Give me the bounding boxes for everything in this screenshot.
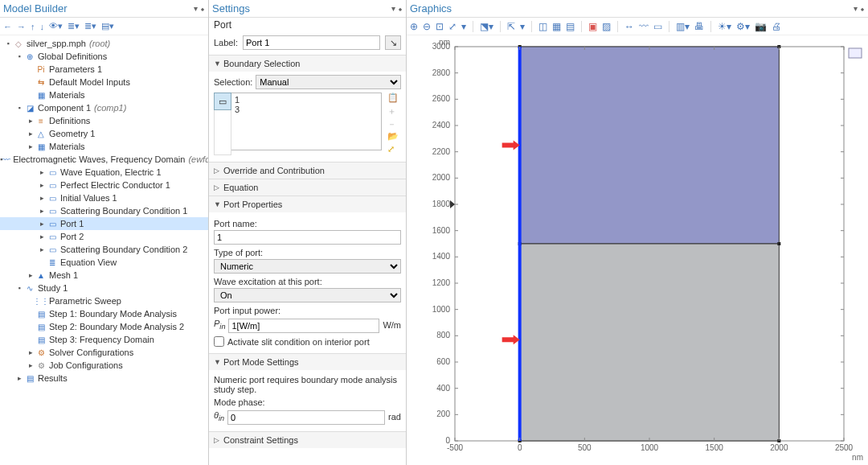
tree-node[interactable]: ⇆Default Model Inputs (0, 76, 208, 88)
tree-node[interactable]: ▤Step 2: Boundary Mode Analysis 2 (0, 320, 208, 333)
print-icon[interactable]: 🖶 (694, 21, 704, 32)
phase-input[interactable] (227, 410, 385, 425)
camera-icon[interactable]: 📷 (755, 21, 767, 32)
panel-dropdown-icon[interactable]: ▾ ⬥ (194, 4, 205, 13)
graphics-canvas[interactable]: nmnm020040060080010001200140016001800200… (407, 35, 868, 465)
gear-icon[interactable]: ⚙▾ (736, 21, 750, 32)
node-icon: ⚙ (35, 360, 47, 371)
tree-node[interactable]: ▪◇silver_spp.mph(root) (0, 37, 208, 50)
tree-node[interactable]: ▸▭Port 1 (0, 217, 208, 230)
tree-node[interactable]: ▪∿Study 1 (0, 282, 208, 294)
show-icon[interactable]: 👁▾ (49, 21, 63, 31)
boundary-selection-header[interactable]: ▼ Boundary Selection (209, 56, 406, 72)
tree-node[interactable]: ▪⊕Global Definitions (0, 50, 208, 63)
print-icon-2[interactable]: 🖨 (772, 21, 781, 32)
node-icon: △ (35, 128, 47, 139)
tree-node[interactable]: ▸▦Materials (0, 140, 208, 153)
down-icon[interactable]: ↓ (40, 22, 45, 31)
xy-view-icon[interactable]: ⬔▾ (480, 21, 493, 32)
tree-node[interactable]: ▸▭Scattering Boundary Condition 2 (0, 243, 208, 256)
hide-show-icon[interactable]: ◫ (538, 21, 547, 32)
node-icon: ⚙ (35, 347, 47, 358)
panel-dropdown-icon[interactable]: ▾ ⬥ (854, 4, 865, 13)
tree-node[interactable]: ▸▤Results (0, 372, 208, 385)
tree-node[interactable]: ▸▲Mesh 1 (0, 269, 208, 282)
panel-dropdown-icon[interactable]: ▾ ⬥ (391, 4, 403, 13)
tree-node[interactable]: ▸△Geometry 1 (0, 127, 208, 140)
tree-node[interactable]: ▸▭Perfect Electric Conductor 1 (0, 179, 208, 191)
tree-node[interactable]: ▦Materials (0, 88, 208, 101)
tree-node[interactable]: ≣Equation View (0, 256, 208, 269)
highlight-selection-button[interactable]: ▭ (214, 93, 231, 110)
axis-triad-icon[interactable] (849, 48, 862, 58)
node-label: Materials (49, 90, 85, 100)
more-icon[interactable]: ▤▾ (101, 21, 114, 31)
line-icon[interactable]: 〰 (639, 21, 649, 32)
port-properties-header[interactable]: ▼Port Properties (209, 196, 406, 212)
power-input[interactable] (228, 319, 379, 333)
node-label: Default Model Inputs (49, 77, 130, 87)
port-name-input[interactable] (214, 230, 401, 245)
zoom-out-icon[interactable]: ⊖ (423, 21, 431, 32)
zoom-sel-icon[interactable]: ⤢ (387, 144, 399, 155)
slit-checkbox[interactable] (214, 336, 224, 347)
boundary-selection-section: ▼ Boundary Selection Selection: Manual ▭… (209, 55, 406, 162)
zoom-in-icon[interactable]: ⊕ (410, 21, 418, 32)
tree-node[interactable]: ⋮⋮Parametric Sweep (0, 294, 208, 307)
tree-node[interactable]: ▸▭Wave Equation, Electric 1 (0, 166, 208, 179)
selection-item[interactable]: 1 (235, 95, 378, 105)
tree-node[interactable]: ▸▭Scattering Boundary Condition 1 (0, 204, 208, 217)
chevron-down-icon: ▼ (214, 358, 223, 366)
render-icon[interactable]: ▥▾ (676, 21, 690, 32)
add-icon[interactable]: ＋ (387, 105, 399, 117)
copy-icon[interactable]: 📋 (387, 93, 399, 104)
expand-icon[interactable]: ≣▾ (84, 21, 96, 31)
label-input[interactable] (243, 35, 380, 50)
select-rect-icon[interactable]: ▣ (588, 21, 597, 32)
override-section-header[interactable]: ▷Override and Contribution (209, 163, 406, 179)
rect-icon[interactable]: ▭ (653, 21, 662, 32)
forward-icon[interactable]: → (17, 22, 26, 31)
collapse-icon[interactable]: ≣▾ (68, 21, 80, 31)
constraint-section-header[interactable]: ▷Constraint Settings (209, 432, 406, 448)
remove-icon[interactable]: － (387, 118, 399, 130)
goto-source-button[interactable]: ↘ (385, 35, 401, 50)
excitation-dropdown[interactable]: On (214, 288, 401, 302)
tree-node[interactable]: ▸▭Port 2 (0, 230, 208, 243)
tree-node[interactable]: ▸⚙Solver Configurations (0, 346, 208, 359)
tree-node[interactable]: ▪◪Component 1(comp1) (0, 101, 208, 114)
goto-default-icon[interactable]: ⇱ (507, 21, 515, 32)
selection-item[interactable]: 3 (235, 105, 378, 114)
tree-node[interactable]: PiParameters 1 (0, 63, 208, 76)
grid-icon[interactable]: ▤ (566, 21, 575, 32)
scene-light-icon[interactable]: ☀▾ (718, 21, 731, 32)
upper-domain[interactable] (520, 47, 780, 244)
power-label: Port input power: (214, 306, 401, 315)
tree-node[interactable]: ▸▭Initial Values 1 (0, 191, 208, 204)
model-tree[interactable]: ▪◇silver_spp.mph(root)▪⊕Global Definitio… (0, 35, 208, 465)
equation-section-header[interactable]: ▷Equation (209, 179, 406, 195)
back-icon[interactable]: ← (3, 22, 12, 31)
tree-node[interactable]: ▤Step 3: Frequency Domain (0, 333, 208, 346)
zoom-extents-dd-icon[interactable]: ▾ (461, 21, 466, 32)
zoom-box-icon[interactable]: ⊡ (436, 21, 444, 32)
paste-icon[interactable]: 📂 (387, 131, 399, 142)
tree-node[interactable]: ▪〰Electromagnetic Waves, Frequency Domai… (0, 153, 208, 166)
axis-handle-icon[interactable] (450, 200, 455, 208)
tree-node[interactable]: ▸≡Definitions (0, 114, 208, 127)
tree-node[interactable]: ▤Step 1: Boundary Mode Analysis (0, 307, 208, 320)
lower-domain[interactable] (520, 244, 780, 441)
up-icon[interactable]: ↑ (31, 22, 35, 31)
port-mode-header[interactable]: ▼Port Mode Settings (209, 354, 406, 370)
selection-items[interactable]: 13 (231, 93, 382, 150)
port-type-dropdown[interactable]: Numeric (214, 259, 401, 274)
selection-dropdown[interactable]: Manual (256, 75, 401, 89)
wireframe-icon[interactable]: ▦ (552, 21, 561, 32)
select-poly-icon[interactable]: ▨ (602, 21, 611, 32)
measure-icon[interactable]: ↔ (624, 21, 634, 32)
vertex-marker[interactable] (777, 242, 780, 245)
goto-default-dd-icon[interactable]: ▾ (520, 21, 525, 32)
tree-node[interactable]: ▸⚙Job Configurations (0, 359, 208, 372)
zoom-extents-icon[interactable]: ⤢ (448, 21, 457, 32)
svg-text:3000: 3000 (432, 42, 451, 51)
